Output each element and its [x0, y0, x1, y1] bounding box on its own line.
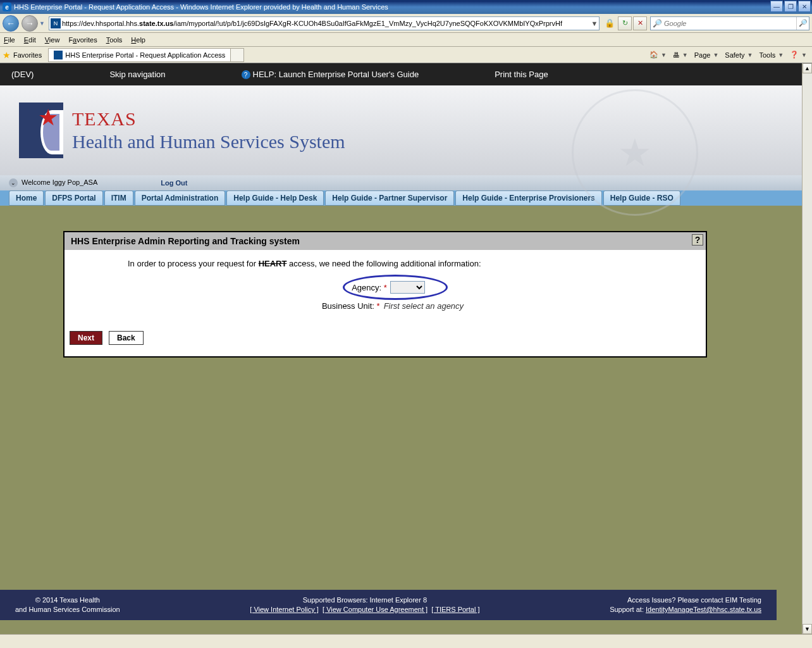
site-icon: N	[51, 18, 61, 28]
viewport: (DEV) Skip navigation ?HELP: Launch Ente…	[0, 63, 812, 634]
footer-support-email[interactable]: IdentityManageTest@hhsc.state.tx.us	[646, 606, 761, 613]
brand-line2: Health and Human Services System	[72, 131, 345, 153]
nav-tab-portal-admin[interactable]: Portal Administration	[135, 190, 226, 206]
footer-computer-use-link[interactable]: [ View Computer Use Agreement ]	[323, 606, 428, 613]
portal-utility-bar: (DEV) Skip navigation ?HELP: Launch Ente…	[0, 63, 812, 85]
safety-menu[interactable]: Safety▼	[722, 51, 755, 59]
maximize-button[interactable]: ❐	[784, 1, 797, 12]
footer-internet-policy-link[interactable]: [ View Internet Policy ]	[250, 606, 319, 613]
portal-footer: © 2014 Texas Health and Human Services C…	[0, 590, 777, 620]
menu-bar: File Edit View Favorites Tools Help	[0, 33, 812, 47]
menu-view[interactable]: View	[45, 36, 60, 44]
tab-favicon	[54, 51, 63, 59]
panel-title: HHS Enterprise Admin Reporting and Track…	[71, 236, 300, 246]
state-seal-icon: ★	[572, 89, 698, 216]
panel-help-button[interactable]: ?	[692, 234, 703, 246]
window-title: HHS Enterprise Portal - Request Applicat…	[14, 3, 388, 11]
nav-tab-dfps[interactable]: DFPS Portal	[45, 190, 102, 206]
portal-header: TEXAS Health and Human Services System ★	[0, 85, 812, 175]
menu-favorites[interactable]: Favorites	[68, 36, 97, 44]
agency-select[interactable]	[390, 281, 425, 294]
lock-icon: 🔒	[605, 18, 615, 28]
scroll-down-button[interactable]: ▼	[803, 624, 812, 634]
back-button[interactable]: ←	[3, 15, 19, 32]
url-text: https://dev.hhsportal.hhs.state.tx.us/ia…	[62, 20, 590, 27]
nav-history-dropdown[interactable]: ▼	[39, 20, 45, 27]
forward-button[interactable]: →	[22, 15, 38, 32]
stop-button[interactable]: ✕	[633, 16, 647, 30]
footer-tiers-link[interactable]: [ TIERS Portal ]	[431, 606, 479, 613]
close-button[interactable]: ✕	[798, 1, 811, 12]
next-button[interactable]: Next	[70, 331, 102, 345]
panel-header: HHS Enterprise Admin Reporting and Track…	[65, 232, 706, 250]
ie-icon: e	[3, 3, 11, 11]
nav-tab-help-desk[interactable]: Help Guide - Help Desk	[226, 190, 324, 206]
user-chevron-icon[interactable]: ⌄	[9, 178, 18, 187]
agency-highlight: Agency: *	[343, 277, 443, 297]
nav-tab-enterprise-provisioners[interactable]: Help Guide - Enterprise Provisioners	[455, 190, 601, 206]
minimize-button[interactable]: —	[770, 1, 783, 12]
refresh-button[interactable]: ↻	[618, 16, 632, 30]
favorites-label[interactable]: Favorites	[13, 51, 42, 59]
footer-issues: Access Issues? Please contact EIM Testin…	[610, 595, 761, 605]
nav-tab-partner-supervisor[interactable]: Help Guide - Partner Supervisor	[325, 190, 454, 206]
window-titlebar: e HHS Enterprise Portal - Request Applic…	[0, 0, 812, 14]
search-box[interactable]: 🔎 🔎	[650, 16, 809, 30]
browser-tab-active[interactable]: HHS Enterprise Portal - Request Applicat…	[48, 48, 231, 62]
address-bar[interactable]: N https://dev.hhsportal.hhs.state.tx.us/…	[49, 16, 600, 30]
command-bar: ★ Favorites HHS Enterprise Portal - Requ…	[0, 47, 812, 63]
help-icon: ?	[242, 70, 250, 79]
content-area: HHS Enterprise Admin Reporting and Track…	[0, 206, 812, 604]
nav-toolbar: ← → ▼ N https://dev.hhsportal.hhs.state.…	[0, 14, 812, 33]
help-button[interactable]: ❓▼	[787, 51, 809, 59]
menu-help[interactable]: Help	[131, 36, 145, 44]
logo-block: TEXAS Health and Human Services System	[19, 103, 345, 158]
brand-line1: TEXAS	[72, 108, 345, 130]
intro-text: In order to process your request for HEA…	[128, 259, 696, 268]
business-unit-hint: First select an agency	[384, 301, 464, 311]
tools-menu[interactable]: Tools▼	[756, 51, 786, 59]
tab-title: HHS Enterprise Portal - Request Applicat…	[65, 51, 225, 59]
request-panel: HHS Enterprise Admin Reporting and Track…	[63, 231, 707, 358]
search-input[interactable]	[664, 20, 796, 27]
address-dropdown[interactable]: ▼	[590, 20, 599, 27]
agency-label: Agency: *	[352, 283, 387, 292]
menu-file[interactable]: File	[4, 36, 15, 44]
home-button[interactable]: 🏠▼	[647, 51, 669, 59]
menu-edit[interactable]: Edit	[24, 36, 36, 44]
env-label: (DEV)	[11, 70, 34, 79]
search-go-button[interactable]: 🔎	[796, 17, 809, 30]
print-page-link[interactable]: Print this Page	[495, 70, 548, 79]
help-link[interactable]: ?HELP: Launch Enterprise Portal User's G…	[242, 70, 419, 80]
logout-link[interactable]: Log Out	[161, 179, 187, 187]
texas-logo-icon	[19, 103, 63, 158]
page-menu[interactable]: Page▼	[692, 51, 722, 59]
skip-navigation-link[interactable]: Skip navigation	[109, 70, 165, 79]
main-nav: Home DFPS Portal ITIM Portal Administrat…	[0, 190, 812, 206]
print-button[interactable]: 🖶▼	[670, 51, 691, 59]
business-unit-label: Business Unit: *	[322, 301, 380, 311]
new-tab-button[interactable]	[230, 48, 244, 62]
welcome-text: Welcome Iggy Pop_ASA	[22, 178, 97, 186]
favorites-star-icon[interactable]: ★	[3, 50, 11, 60]
status-bar	[0, 634, 812, 648]
nav-tab-itim[interactable]: ITIM	[104, 190, 133, 206]
footer-browsers: Supported Browsers: Internet Explorer 8	[250, 595, 479, 605]
menu-tools[interactable]: Tools	[106, 36, 123, 44]
nav-tab-home[interactable]: Home	[9, 190, 44, 206]
back-button-form[interactable]: Back	[109, 331, 144, 345]
search-icon: 🔎	[653, 19, 662, 28]
footer-copyright: © 2014 Texas Health and Human Services C…	[15, 595, 120, 615]
scroll-up-button[interactable]: ▲	[803, 63, 812, 73]
vertical-scrollbar[interactable]: ▲ ▼	[802, 63, 812, 634]
